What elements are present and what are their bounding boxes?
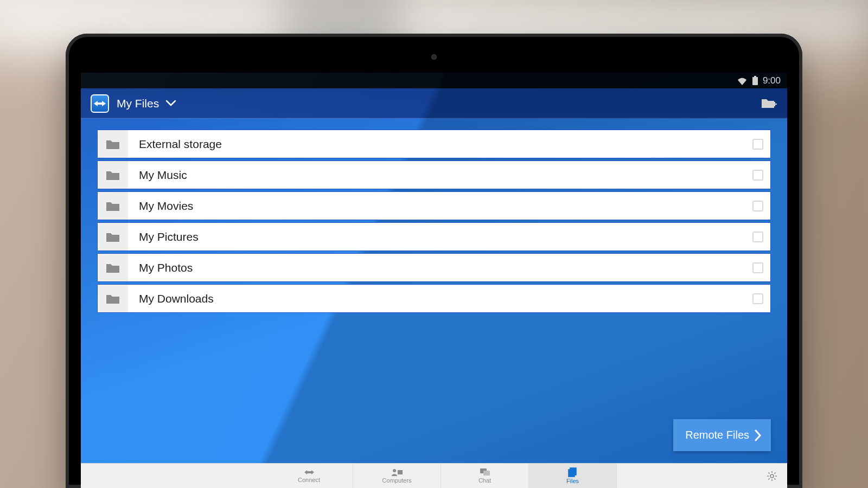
battery-icon <box>752 76 758 86</box>
svg-rect-1 <box>754 76 756 77</box>
tablet-device-frame: 9:00 My Files External storage <box>66 34 802 488</box>
chevron-right-icon <box>755 429 761 441</box>
tab-label: Files <box>566 478 579 484</box>
new-folder-icon[interactable] <box>761 97 777 110</box>
file-row[interactable]: My Music <box>97 160 771 189</box>
file-browser-content: External storage My Music My Movies My P… <box>81 119 787 463</box>
file-list: External storage My Music My Movies My P… <box>97 130 771 313</box>
tab-label: Connect <box>298 477 320 483</box>
folder-icon <box>98 223 128 251</box>
android-status-bar: 9:00 <box>81 73 787 88</box>
wifi-icon <box>737 76 748 85</box>
tablet-camera <box>431 54 437 60</box>
svg-point-4 <box>393 469 396 472</box>
remote-files-button[interactable]: Remote Files <box>673 419 771 451</box>
file-label: My Photos <box>128 261 745 274</box>
dropdown-chevron-icon[interactable] <box>165 99 176 108</box>
file-row[interactable]: My Pictures <box>97 222 771 251</box>
file-checkbox[interactable] <box>745 232 770 242</box>
settings-gear-icon[interactable] <box>757 464 787 488</box>
file-row[interactable]: My Movies <box>97 191 771 220</box>
file-label: My Pictures <box>128 230 745 243</box>
folder-icon <box>98 192 128 220</box>
tablet-screen: 9:00 My Files External storage <box>81 73 787 488</box>
tab-connect[interactable]: Connect <box>265 464 353 488</box>
svg-rect-5 <box>398 470 403 474</box>
folder-icon <box>98 130 128 158</box>
svg-rect-9 <box>569 470 575 477</box>
bottom-nav: Connect Computers Chat Files <box>81 463 787 488</box>
app-header: My Files <box>81 88 787 119</box>
tab-label: Computers <box>382 477 412 484</box>
svg-line-15 <box>769 472 770 473</box>
tab-chat[interactable]: Chat <box>441 464 529 488</box>
file-checkbox[interactable] <box>745 201 770 211</box>
svg-line-17 <box>769 478 770 479</box>
file-label: My Downloads <box>128 292 745 305</box>
svg-line-18 <box>774 472 775 473</box>
file-checkbox[interactable] <box>745 139 770 150</box>
tab-computers[interactable]: Computers <box>353 464 441 488</box>
svg-rect-3 <box>774 102 775 106</box>
folder-icon <box>98 161 128 189</box>
teamviewer-logo-icon <box>91 94 109 113</box>
file-label: External storage <box>128 138 745 151</box>
file-row[interactable]: My Photos <box>97 253 771 282</box>
header-title[interactable]: My Files <box>117 97 159 110</box>
file-checkbox[interactable] <box>745 293 770 304</box>
svg-rect-7 <box>483 471 490 476</box>
status-time: 9:00 <box>763 75 781 86</box>
tab-label: Chat <box>478 477 491 484</box>
tab-files[interactable]: Files <box>529 464 617 488</box>
file-checkbox[interactable] <box>745 170 770 181</box>
file-row[interactable]: My Downloads <box>97 284 771 313</box>
remote-files-label: Remote Files <box>685 429 749 441</box>
file-label: My Music <box>128 169 745 182</box>
file-label: My Movies <box>128 200 745 213</box>
folder-icon <box>98 285 128 312</box>
svg-point-10 <box>770 474 774 478</box>
svg-rect-0 <box>752 77 758 85</box>
file-checkbox[interactable] <box>745 262 770 273</box>
svg-line-16 <box>774 478 775 479</box>
file-row[interactable]: External storage <box>97 130 771 158</box>
folder-icon <box>98 254 128 281</box>
